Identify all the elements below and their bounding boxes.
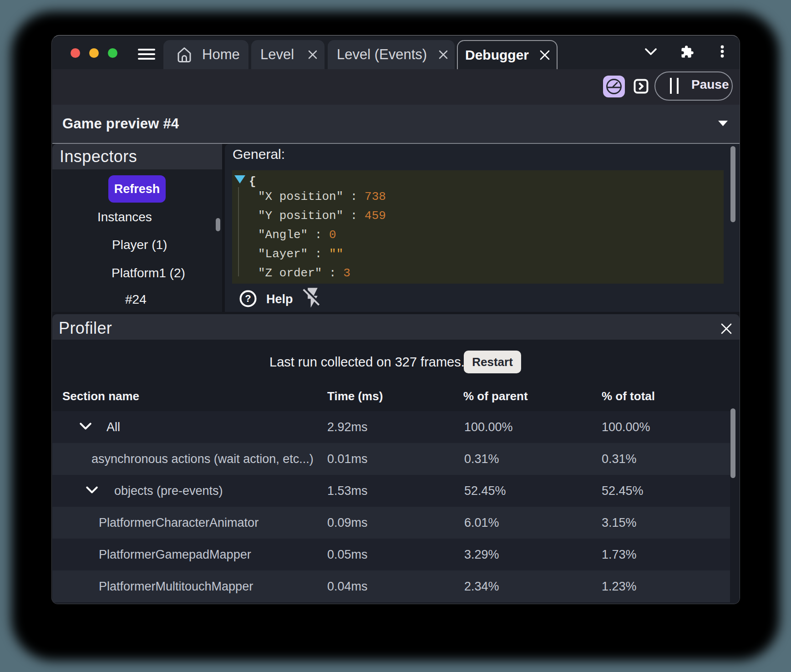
svg-text:?: ?	[245, 293, 251, 304]
